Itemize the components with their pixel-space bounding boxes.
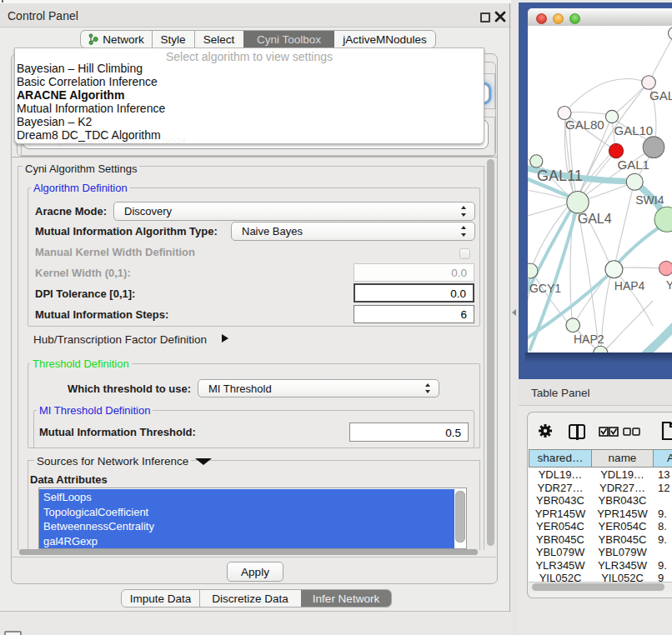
svg-text:GAL10: GAL10 — [614, 123, 654, 138]
svg-text:GAL80: GAL80 — [565, 118, 604, 132]
svg-text:GCY1: GCY1 — [529, 282, 561, 295]
svg-text:GAL11: GAL11 — [537, 168, 583, 184]
svg-text:SWI4: SWI4 — [635, 193, 664, 207]
svg-text:GAL1: GAL1 — [618, 158, 649, 172]
svg-text:GAL7: GAL7 — [649, 88, 672, 102]
svg-text:Y: Y — [666, 278, 672, 292]
svg-text:HAP2: HAP2 — [574, 332, 604, 346]
svg-text:HAP4: HAP4 — [614, 279, 645, 292]
svg-text:GAL4: GAL4 — [578, 212, 612, 226]
